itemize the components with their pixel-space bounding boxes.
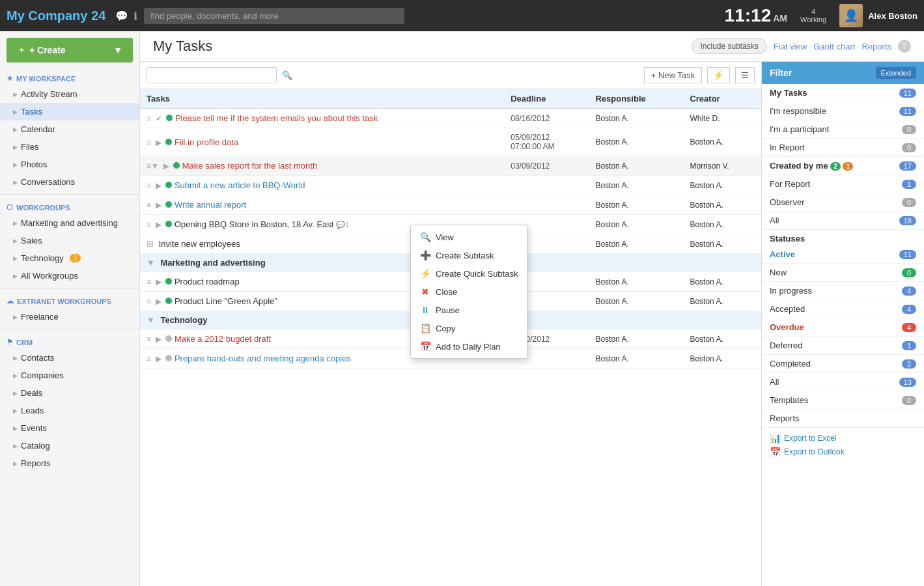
filter-reports-row[interactable]: Reports [762, 410, 924, 428]
filter-status-deferred[interactable]: Deferred 1 [762, 337, 924, 355]
task-link[interactable]: Product roadmap [175, 277, 240, 286]
filter-status-new[interactable]: New 0 [762, 264, 924, 282]
task-menu-icon[interactable]: ≡ [147, 138, 151, 147]
filter-in-report[interactable]: In Report 0 [762, 139, 924, 157]
add-icon[interactable]: ⊞ [147, 239, 154, 249]
new-task-button[interactable]: + New Task [644, 67, 702, 83]
sidebar-item-tasks[interactable]: ▶ Tasks [0, 103, 139, 120]
task-link[interactable]: Opening BBQ Store in Boston, 18 Av. East [175, 219, 334, 229]
context-menu-pause[interactable]: ⏸ Pause [411, 301, 527, 319]
task-link[interactable]: Prepare hand-outs and meeting agenda cop… [175, 354, 351, 363]
filter-extended-button[interactable]: Extended [876, 67, 916, 79]
filter-status-active[interactable]: Active 11 [762, 245, 924, 264]
sidebar-item-activity-stream[interactable]: ▶ Activity Stream [0, 85, 139, 103]
task-menu-icon[interactable]: ≡ [147, 220, 151, 229]
export-outlook-link[interactable]: 📅 Export to Outlook [770, 447, 916, 457]
filter-all[interactable]: All 18 [762, 212, 924, 230]
filter-my-tasks[interactable]: My Tasks 11 [762, 84, 924, 102]
task-menu-icon[interactable]: ≡▼ [147, 161, 159, 171]
sidebar-item-reports[interactable]: ▶ Reports [0, 454, 139, 472]
task-play-icon[interactable]: ▶ [156, 201, 161, 210]
task-menu-icon[interactable]: ≡ [147, 114, 151, 123]
include-subtasks-button[interactable]: Include subtasks [692, 38, 766, 54]
toolbar-filter-button[interactable]: ☰ [735, 67, 755, 83]
create-subtask-label: Create Subtask [436, 251, 494, 260]
task-menu-icon[interactable]: ≡ [147, 335, 151, 344]
chat-icon[interactable]: 💬 [115, 10, 128, 22]
task-link[interactable]: Invite new employees [159, 239, 240, 249]
task-menu-icon[interactable]: ≡ [147, 354, 151, 363]
task-search-input[interactable] [147, 67, 277, 83]
context-menu-copy[interactable]: 📋 Copy [411, 319, 527, 337]
task-toolbar: 🔍 + New Task ⚡ ☰ [140, 62, 761, 89]
global-search-input[interactable] [144, 8, 404, 24]
sidebar-item-freelance[interactable]: ▶ Freelance [0, 308, 139, 326]
filter-for-report[interactable]: For Report 1 [762, 175, 924, 193]
task-play-icon[interactable]: ▶ [156, 335, 161, 344]
group-toggle[interactable]: ▼ [147, 258, 155, 268]
context-menu-close[interactable]: ✖ Close [411, 283, 527, 301]
group-toggle[interactable]: ▼ [147, 315, 155, 325]
create-btn-divider: ▼ [113, 45, 122, 55]
task-menu-icon[interactable]: ≡ [147, 181, 151, 190]
filter-im-participant[interactable]: I'm a participant 0 [762, 120, 924, 139]
task-play-icon[interactable]: ▶ [156, 220, 161, 229]
task-play-icon[interactable]: ▶ [156, 181, 161, 190]
task-play-icon[interactable]: ▶ [156, 297, 161, 306]
filter-templates[interactable]: Templates 0 [762, 391, 924, 410]
sidebar-item-leads[interactable]: ▶ Leads [0, 402, 139, 419]
task-menu-icon[interactable]: ≡ [147, 297, 151, 306]
freelance-label: Freelance [21, 312, 59, 322]
sidebar-item-contacts[interactable]: ▶ Contacts [0, 349, 139, 367]
sidebar-item-sales[interactable]: ▶ Sales [0, 232, 139, 249]
sidebar-item-companies[interactable]: ▶ Companies [0, 367, 139, 384]
filter-created-by-me[interactable]: Created by me 2 1 17 [762, 157, 924, 175]
toolbar-action-button[interactable]: ⚡ [707, 67, 730, 83]
sidebar-item-events[interactable]: ▶ Events [0, 419, 139, 437]
notification-icon[interactable]: ℹ [133, 10, 137, 22]
export-excel-link[interactable]: 📊 Export to Excel [770, 433, 916, 443]
task-link[interactable]: Make sales report for the last month [182, 161, 317, 171]
gantt-chart-button[interactable]: Gantt chart [813, 42, 855, 51]
filter-status-in-progress[interactable]: In progress 4 [762, 282, 924, 300]
create-button[interactable]: ＋ + Create ▼ [7, 38, 133, 63]
sidebar-item-all-workgroups[interactable]: ▶ All Workgroups [0, 267, 139, 285]
sidebar-item-calendar[interactable]: ▶ Calendar [0, 120, 139, 138]
task-link[interactable]: Write annual report [175, 200, 246, 210]
task-play-icon[interactable]: ▶ [163, 161, 169, 171]
task-play-icon[interactable]: ✔ [156, 114, 162, 123]
filter-im-responsible[interactable]: I'm responsible 11 [762, 102, 924, 120]
context-menu-create-subtask[interactable]: ➕ Create Subtask [411, 246, 527, 264]
filter-status-all[interactable]: All 13 [762, 373, 924, 391]
task-play-icon[interactable]: ▶ [156, 138, 161, 147]
sidebar-item-catalog[interactable]: ▶ Catalog [0, 437, 139, 454]
arrow-icon: ▶ [13, 390, 18, 397]
task-link[interactable]: Submit a new article to BBQ-World [175, 180, 305, 190]
task-link[interactable]: Please tell me if the system emails you … [175, 113, 378, 123]
help-button[interactable]: ? [898, 40, 911, 53]
filter-status-completed[interactable]: Completed 2 [762, 355, 924, 373]
context-menu-add-daily-plan[interactable]: 📅 Add to Daily Plan [411, 337, 527, 356]
sidebar-item-deals[interactable]: ▶ Deals [0, 384, 139, 402]
task-link[interactable]: Make a 2012 bugdet draft [175, 334, 271, 344]
sidebar-item-files[interactable]: ▶ Files [0, 138, 139, 156]
context-menu-view[interactable]: 🔍 View [411, 228, 527, 246]
task-menu-icon[interactable]: ≡ [147, 277, 151, 286]
context-menu-create-quick-subtask[interactable]: ⚡ Create Quick Subtask [411, 264, 527, 283]
reports-button[interactable]: Reports [861, 42, 891, 51]
task-link[interactable]: Product Line "Green Apple" [175, 296, 277, 306]
sidebar-item-technology[interactable]: ▶ Technology 1 [0, 249, 139, 267]
task-menu-icon[interactable]: ≡ [147, 201, 151, 210]
filter-inprogress-count: 4 [902, 286, 916, 296]
flat-view-button[interactable]: Flat view [774, 42, 807, 51]
task-play-icon[interactable]: ▶ [156, 277, 161, 286]
sidebar-item-photos[interactable]: ▶ Photos [0, 156, 139, 173]
task-link[interactable]: Fill in profile data [175, 137, 238, 147]
filter-observer[interactable]: Observer 0 [762, 193, 924, 212]
status-count: 4 [811, 8, 815, 16]
sidebar-item-marketing[interactable]: ▶ Marketing and advertising [0, 214, 139, 232]
filter-status-accepted[interactable]: Accepted 4 [762, 300, 924, 318]
sidebar-item-conversations[interactable]: ▶ Conversations [0, 173, 139, 191]
task-play-icon[interactable]: ▶ [156, 354, 161, 363]
filter-status-overdue[interactable]: Overdue 4 [762, 318, 924, 337]
